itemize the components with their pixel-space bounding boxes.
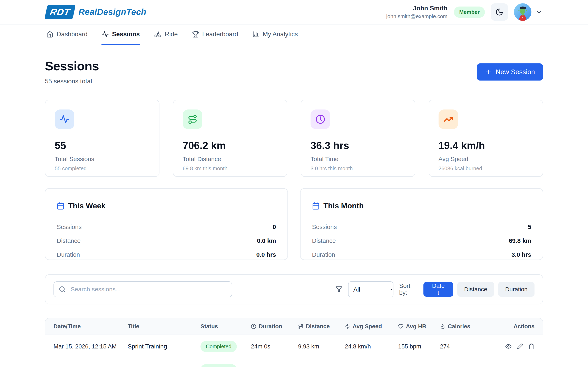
activity-icon <box>102 31 109 38</box>
summary-card-title: This Month <box>323 202 364 210</box>
col-distance: Distance <box>298 323 345 330</box>
stat-sub: 26036 kcal burned <box>439 165 534 172</box>
logo-abbr: RDT <box>49 7 71 17</box>
stat-tile <box>439 109 458 129</box>
nav-label: Leaderboard <box>202 31 238 38</box>
sort-duration-button[interactable]: Duration <box>498 282 535 297</box>
cell-datetime: Mar 15, 2026, 12:15 AM <box>45 343 128 350</box>
view-button[interactable] <box>505 343 512 350</box>
this-week-card: This Week Sessions 0 Distance 0.0 km Dur… <box>45 188 288 260</box>
sort-by-label: Sort by: <box>399 282 419 296</box>
top-bar: RDT RealDesignTech John Smith john.smith… <box>0 0 588 25</box>
summary-row-value: 5 <box>528 224 531 230</box>
moon-icon <box>495 8 503 16</box>
delete-button[interactable] <box>528 343 535 350</box>
nav-item-my-analytics[interactable]: My Analytics <box>252 25 298 45</box>
stats-cards: 55 Total Sessions 55 completed 706.2 km … <box>45 100 543 177</box>
summary-row-label: Sessions <box>312 224 337 230</box>
logo-name: RealDesignTech <box>79 7 146 17</box>
cell-duration: 24m 0s <box>251 343 298 350</box>
user-name: John Smith <box>386 5 448 12</box>
table-row: Mar 14, 2026, 02:58 AM Group Cycling Com… <box>45 358 543 367</box>
flame-icon <box>440 324 445 329</box>
heart-icon <box>398 324 403 329</box>
cell-avg-speed: 19.8 km/h <box>345 366 398 367</box>
avatar[interactable] <box>514 3 531 21</box>
summary-row: Distance 0.0 km <box>57 234 276 248</box>
nav-item-dashboard[interactable]: Dashboard <box>46 25 88 45</box>
summary-row-value: 0 <box>273 224 276 230</box>
stat-card-total-time: 36.3 hrs Total Time 3.0 hrs this month <box>301 100 415 177</box>
plus-icon <box>485 68 492 75</box>
col-calories: Calories <box>440 323 487 330</box>
status-badge: Completed <box>200 364 237 367</box>
nav-item-sessions[interactable]: Sessions <box>102 25 140 45</box>
stat-tile <box>55 109 74 129</box>
nav-item-leaderboard[interactable]: Leaderboard <box>192 25 239 45</box>
stat-sub: 69.8 km this month <box>183 165 278 172</box>
chevron-down-icon[interactable] <box>536 9 542 15</box>
col-status: Status <box>200 323 251 330</box>
col-duration: Duration <box>251 323 298 330</box>
nav-label: Sessions <box>112 31 140 38</box>
col-avg-hr: Avg HR <box>398 323 440 330</box>
stat-value: 706.2 km <box>183 140 278 151</box>
summary-row-value: 3.0 hrs <box>511 251 531 258</box>
filter-icon <box>336 286 342 293</box>
type-filter-select[interactable]: All <box>348 281 393 297</box>
col-title: Title <box>128 323 200 330</box>
logo-badge: RDT <box>44 5 76 19</box>
summary-row-label: Duration <box>312 251 335 258</box>
edit-button[interactable] <box>517 343 523 350</box>
calendar-icon <box>57 202 65 210</box>
stat-label: Total Sessions <box>55 156 150 162</box>
stat-sub: 55 completed <box>55 165 150 172</box>
table-header-row: Date/Time Title Status Duration Distance… <box>45 318 543 335</box>
col-actions: Actions <box>487 323 543 330</box>
this-month-card: This Month Sessions 5 Distance 69.8 km D… <box>300 188 543 260</box>
page-subtitle: 55 sessions total <box>45 78 99 85</box>
home-icon <box>46 31 53 38</box>
search-input[interactable] <box>53 281 232 297</box>
summary-row: Distance 69.8 km <box>312 234 531 248</box>
new-session-label: New Session <box>495 68 535 76</box>
stat-label: Avg Speed <box>439 156 534 162</box>
cell-duration: 23m 0s <box>251 366 298 367</box>
user-info: John Smith john.smith@example.com <box>386 5 448 20</box>
clock-icon <box>251 324 256 329</box>
nav-label: My Analytics <box>263 31 298 38</box>
sort-date-button[interactable]: Date ↓ <box>424 282 453 297</box>
trending-up-icon <box>443 114 453 124</box>
member-badge: Member <box>454 7 485 18</box>
nav-item-ride[interactable]: Ride <box>154 25 178 45</box>
sort-distance-button[interactable]: Distance <box>457 282 494 297</box>
stat-tile <box>311 109 330 129</box>
filter-bar: All Sort by: Date ↓ Distance Duration <box>45 274 543 304</box>
cell-status: Completed <box>200 364 251 367</box>
cell-calories: 274 <box>440 343 487 350</box>
stat-card-total-distance: 706.2 km Total Distance 69.8 km this mon… <box>173 100 287 177</box>
bike-icon <box>154 31 162 38</box>
cell-title: Sprint Training <box>128 343 200 350</box>
new-session-button[interactable]: New Session <box>477 63 543 81</box>
stat-card-total-sessions: 55 Total Sessions 55 completed <box>45 100 159 177</box>
summary-row: Duration 0.0 hrs <box>57 248 276 262</box>
cell-title: Group Cycling <box>128 366 200 367</box>
stat-card-avg-speed: 19.4 km/h Avg Speed 26036 kcal burned <box>429 100 543 177</box>
cell-datetime: Mar 14, 2026, 02:58 AM <box>45 366 128 367</box>
cell-actions <box>487 343 543 350</box>
nav-label: Dashboard <box>57 31 87 38</box>
stat-value: 55 <box>55 140 150 151</box>
theme-toggle-button[interactable] <box>491 3 508 21</box>
cell-calories: 302 <box>440 366 487 367</box>
summary-row-value: 0.0 hrs <box>256 251 276 258</box>
stat-tile <box>183 109 202 129</box>
trophy-icon <box>192 31 199 38</box>
summary-row-label: Sessions <box>57 224 82 230</box>
table-row: Mar 15, 2026, 12:15 AM Sprint Training C… <box>45 335 543 358</box>
stat-value: 19.4 km/h <box>439 140 534 151</box>
summary-row: Duration 3.0 hrs <box>312 248 531 262</box>
col-datetime: Date/Time <box>45 323 128 330</box>
stat-label: Total Time <box>311 156 406 162</box>
calendar-icon <box>312 202 320 210</box>
